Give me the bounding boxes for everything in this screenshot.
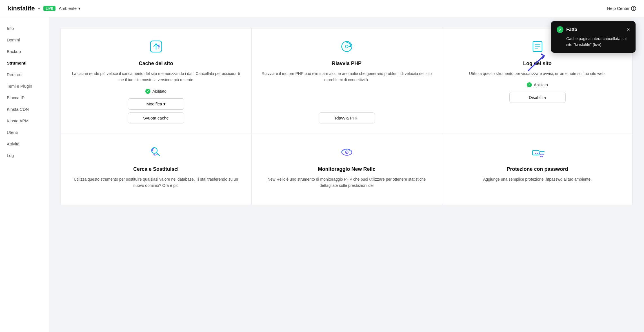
cache-icon [148, 39, 164, 56]
riavvia-php-button[interactable]: Riavvia PHP [319, 112, 375, 123]
tool-card-search-replace: Cerca e Sostituisci Utilizza questo stru… [61, 134, 251, 205]
php-title: Riavvia PHP [332, 61, 361, 67]
sidebar: Info Domini Backup Strumenti Redirect Te… [0, 17, 49, 332]
svg-point-15 [535, 153, 536, 154]
cache-btn-group: Modifica ▾ Svuota cache [128, 98, 184, 123]
cache-status: Abilitato [145, 89, 166, 94]
php-btn-group: Riavvia PHP [319, 112, 375, 123]
logs-btn-group: Disabilita [509, 92, 566, 103]
new-relic-title: Monitoraggio New Relic [318, 166, 375, 172]
sidebar-item-blocca-ip[interactable]: Blocca IP [0, 92, 49, 103]
tool-card-php: Riavvia PHP Riavviare il motore PHP può … [251, 28, 442, 134]
sidebar-item-attivita[interactable]: Attività [0, 138, 49, 150]
site-dropdown-chevron[interactable]: ▾ [38, 6, 40, 11]
search-replace-icon [148, 144, 164, 161]
logs-status: Abilitato [527, 82, 548, 87]
help-center-link[interactable]: Help Center ? [607, 6, 636, 11]
svg-point-2 [345, 45, 348, 48]
toast-notification: Fatto × Cache pagina intera cancellata s… [551, 21, 636, 53]
logs-title: Log del sito [523, 61, 552, 67]
sidebar-item-log[interactable]: Log [0, 150, 49, 161]
sidebar-item-strumenti[interactable]: Strumenti [0, 57, 49, 69]
topnav-right: Help Center ? [607, 6, 636, 11]
toast-close-button[interactable]: × [627, 27, 630, 32]
svuota-cache-button[interactable]: Svuota cache [128, 112, 184, 123]
live-badge: LIVE [43, 6, 55, 11]
page-layout: Info Domini Backup Strumenti Redirect Te… [0, 17, 644, 332]
logs-desc: Utilizza questo strumento per visualizza… [469, 70, 606, 77]
password-desc: Aggiunge una semplice protezione .htpass… [483, 176, 592, 182]
topnav-left: kinstalife ▾ LIVE Ambiente ▾ [8, 5, 81, 12]
password-title: Protezione con password [507, 166, 568, 172]
cache-title: Cache del sito [139, 61, 173, 67]
main-content: Cache del sito La cache rende più veloce… [49, 17, 644, 332]
tool-card-cache: Cache del sito La cache rende più veloce… [61, 28, 251, 134]
sidebar-item-domini[interactable]: Domini [0, 34, 49, 46]
php-icon [339, 39, 355, 56]
toast-title-group: Fatto [557, 26, 577, 33]
password-icon [530, 144, 545, 161]
search-replace-title: Cerca e Sostituisci [133, 166, 179, 172]
cache-status-dot [145, 89, 150, 94]
tools-grid: Cache del sito La cache rende più veloce… [61, 28, 633, 205]
new-relic-icon [339, 144, 355, 161]
svg-point-17 [539, 153, 540, 154]
toast-check-icon [557, 26, 563, 33]
help-icon: ? [631, 6, 636, 11]
tool-card-password: Protezione con password Aggiunge una sem… [442, 134, 633, 205]
logs-icon [530, 39, 545, 56]
logo: kinstalife [8, 5, 35, 12]
ambiente-dropdown[interactable]: Ambiente ▾ [59, 6, 81, 11]
new-relic-desc: New Relic è uno strumento di monitoraggi… [261, 176, 433, 189]
svg-point-16 [537, 153, 538, 154]
toast-title: Fatto [566, 27, 577, 32]
sidebar-item-kinsta-apm[interactable]: Kinsta APM [0, 115, 49, 127]
modifica-button[interactable]: Modifica ▾ [128, 98, 184, 110]
disabilita-button[interactable]: Disabilita [509, 92, 566, 103]
search-replace-desc: Utilizza questo strumento per sostituire… [70, 176, 242, 189]
sidebar-item-backup[interactable]: Backup [0, 46, 49, 57]
toast-body: Cache pagina intera cancellata sul sito … [557, 36, 630, 48]
sidebar-item-info[interactable]: Info [0, 23, 49, 34]
php-desc: Riavviare il motore PHP può eliminare al… [261, 70, 433, 83]
top-navigation: kinstalife ▾ LIVE Ambiente ▾ Help Center… [0, 0, 644, 17]
svg-point-11 [346, 152, 347, 153]
sidebar-item-kinsta-cdn[interactable]: Kinsta CDN [0, 103, 49, 115]
tool-card-new-relic: Monitoraggio New Relic New Relic è uno s… [251, 134, 442, 205]
svg-rect-12 [532, 150, 539, 155]
sidebar-item-redirect[interactable]: Redirect [0, 69, 49, 80]
logs-status-dot [527, 82, 532, 87]
cache-desc: La cache rende più veloce il caricamento… [70, 70, 242, 83]
sidebar-item-utenti[interactable]: Utenti [0, 127, 49, 138]
ambiente-chevron: ▾ [78, 6, 81, 11]
sidebar-item-temi-plugin[interactable]: Temi e Plugin [0, 80, 49, 92]
toast-header: Fatto × [557, 26, 630, 33]
